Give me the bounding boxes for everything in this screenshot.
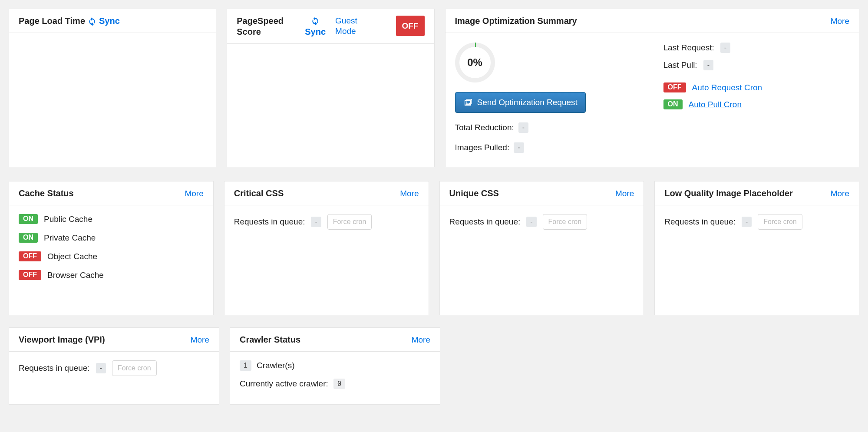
images-icon — [463, 98, 473, 107]
last-request-label: Last Request: — [663, 43, 714, 53]
images-pulled-label: Images Pulled: — [455, 143, 510, 152]
images-pulled-value: - — [514, 142, 524, 153]
critical-css-more-link[interactable]: More — [400, 189, 419, 198]
unique-css-queue-label: Requests in queue: — [449, 217, 521, 227]
last-request-value: - — [720, 43, 730, 53]
browser-cache-status: OFF — [19, 270, 41, 280]
page-load-time-body — [9, 33, 216, 168]
vpi-more-link[interactable]: More — [191, 335, 209, 345]
refresh-icon[interactable] — [88, 17, 96, 26]
active-crawler-label: Currently active crawler: — [240, 379, 328, 389]
public-cache-status: ON — [19, 214, 38, 224]
image-opt-gauge-value: 0% — [467, 56, 482, 69]
send-optimization-request-button[interactable]: Send Optimization Request — [455, 92, 586, 113]
image-opt-header: Image Optimization Summary More — [446, 9, 859, 33]
unique-css-force-cron-button[interactable]: Force cron — [543, 214, 587, 230]
page-load-time-card: Page Load Time Sync — [9, 9, 216, 167]
lqip-queue-value: - — [742, 217, 752, 227]
sync-link-pagespeed[interactable]: Sync — [305, 27, 326, 37]
critical-css-queue-value: - — [311, 217, 321, 227]
cache-status-more-link[interactable]: More — [185, 189, 203, 198]
cache-status-title: Cache Status — [19, 188, 74, 199]
cache-row-private: ON Private Cache — [19, 233, 204, 243]
crawler-status-more-link[interactable]: More — [412, 335, 430, 345]
image-opt-gauge: 0% — [455, 43, 495, 82]
vpi-queue-value: - — [96, 363, 106, 373]
cache-row-browser: OFF Browser Cache — [19, 270, 204, 280]
page-load-time-header: Page Load Time Sync — [9, 9, 216, 33]
send-optimization-request-label: Send Optimization Request — [477, 98, 578, 107]
pagespeed-title: PageSpeed Score — [237, 16, 295, 37]
page-load-time-title: Page Load Time — [19, 16, 85, 26]
guest-mode-status: OFF — [396, 16, 425, 36]
vpi-title: Viewport Image (VPI) — [19, 334, 105, 345]
cache-row-object: OFF Object Cache — [19, 251, 204, 261]
object-cache-label: Object Cache — [47, 252, 97, 261]
crawlers-label: Crawler(s) — [257, 361, 295, 370]
pagespeed-body — [227, 44, 434, 61]
critical-css-card: Critical CSS More Requests in queue: - F… — [224, 181, 429, 315]
image-optimization-card: Image Optimization Summary More 0% Send … — [445, 9, 860, 167]
vpi-card: Viewport Image (VPI) More Requests in qu… — [9, 327, 219, 405]
guest-mode-link[interactable]: Guest Mode — [335, 16, 366, 36]
pagespeed-card: PageSpeed Score Sync Guest Mode OFF — [227, 9, 434, 167]
unique-css-card: Unique CSS More Requests in queue: - For… — [439, 181, 644, 315]
critical-css-title: Critical CSS — [234, 188, 284, 199]
lqip-queue-label: Requests in queue: — [664, 217, 736, 227]
refresh-icon[interactable] — [311, 16, 320, 25]
lqip-force-cron-button[interactable]: Force cron — [758, 214, 802, 230]
crawler-status-card: Crawler Status More 1 Crawler(s) Current… — [230, 327, 440, 405]
unique-css-queue-value: - — [526, 217, 536, 227]
object-cache-status: OFF — [19, 251, 41, 261]
browser-cache-label: Browser Cache — [47, 270, 104, 280]
vpi-queue-label: Requests in queue: — [19, 363, 90, 373]
lqip-card: Low Quality Image Placeholder More Reque… — [654, 181, 859, 315]
public-cache-label: Public Cache — [44, 214, 92, 224]
active-crawler-value: 0 — [333, 379, 346, 389]
critical-css-queue-label: Requests in queue: — [234, 217, 305, 227]
unique-css-title: Unique CSS — [449, 188, 499, 199]
cache-row-public: ON Public Cache — [19, 214, 204, 224]
image-opt-more-link[interactable]: More — [831, 16, 849, 26]
crawler-status-title: Crawler Status — [240, 334, 300, 345]
last-pull-label: Last Pull: — [663, 60, 697, 70]
auto-pull-cron-link[interactable]: Auto Pull Cron — [689, 100, 742, 109]
auto-request-cron-status: OFF — [663, 82, 686, 92]
lqip-more-link[interactable]: More — [831, 189, 849, 198]
vpi-force-cron-button[interactable]: Force cron — [112, 360, 156, 376]
total-reduction-value: - — [518, 122, 528, 133]
last-pull-value: - — [703, 60, 713, 70]
image-opt-title: Image Optimization Summary — [455, 16, 577, 26]
pagespeed-header: PageSpeed Score Sync Guest Mode OFF — [227, 9, 434, 44]
cache-status-card: Cache Status More ON Public Cache ON Pri… — [9, 181, 214, 315]
critical-css-force-cron-button[interactable]: Force cron — [327, 214, 372, 230]
auto-request-cron-link[interactable]: Auto Request Cron — [692, 83, 762, 92]
private-cache-status: ON — [19, 233, 38, 243]
auto-pull-cron-status: ON — [663, 99, 683, 109]
unique-css-more-link[interactable]: More — [615, 189, 634, 198]
crawlers-count: 1 — [240, 360, 251, 371]
private-cache-label: Private Cache — [44, 233, 96, 243]
total-reduction-label: Total Reduction: — [455, 123, 514, 132]
sync-link-pageload[interactable]: Sync — [99, 16, 120, 26]
lqip-title: Low Quality Image Placeholder — [664, 188, 793, 199]
